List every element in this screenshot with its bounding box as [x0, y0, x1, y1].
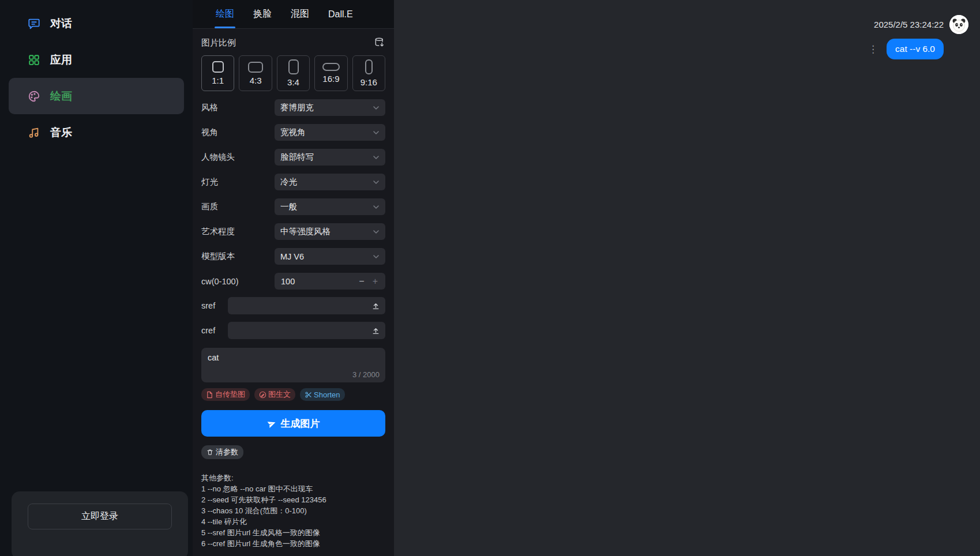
tag-label: 自传垫图 [215, 389, 245, 400]
sidebar-item-label: 绘画 [50, 89, 72, 104]
login-card: 立即登录 [12, 491, 188, 556]
app-root: 对话 应用 绘画 [0, 0, 980, 556]
message-more-icon[interactable]: ⋮ [868, 44, 878, 54]
cref-input[interactable] [228, 322, 385, 339]
tab-dalle[interactable]: Dall.E [328, 0, 353, 28]
login-button[interactable]: 立即登录 [28, 504, 172, 529]
cw-decrement-button[interactable]: − [358, 276, 365, 287]
ratio-option-label: 1:1 [212, 76, 224, 85]
chevron-down-icon [373, 253, 380, 260]
sidebar-item-apps[interactable]: 应用 [9, 42, 184, 78]
chevron-down-icon [373, 179, 380, 186]
ratio-option-1-1[interactable]: 1:1 [201, 55, 234, 91]
ratio-option-label: 16:9 [322, 74, 339, 84]
field-row-lighting: 灯光 冷光 [201, 174, 385, 190]
help-line: 6 --cref 图片url 生成角色一致的图像 [201, 538, 385, 549]
cw-value[interactable]: 100 [281, 277, 358, 286]
tag-label: Shorten [314, 390, 340, 399]
tag-shorten[interactable]: Shorten [300, 388, 345, 401]
field-row-character-shot: 人物镜头 脸部特写 [201, 149, 385, 166]
help-line: 3 --chaos 10 混合(范围：0-100) [201, 505, 385, 516]
sidebar-item-label: 对话 [50, 16, 72, 31]
music-note-icon [28, 126, 40, 139]
tab-draw[interactable]: 绘图 [216, 0, 234, 28]
template-import-icon[interactable] [374, 37, 385, 48]
field-label: 艺术程度 [201, 226, 235, 237]
ratio-header: 图片比例 [201, 37, 385, 48]
cref-label: cref [201, 326, 222, 335]
field-label: 风格 [201, 102, 218, 113]
sidebar-item-draw[interactable]: 绘画 [9, 78, 184, 114]
select-value: 脸部特写 [280, 152, 314, 163]
sidebar-item-music[interactable]: 音乐 [9, 114, 184, 151]
panda-avatar [949, 15, 968, 34]
sref-row: sref [201, 297, 385, 314]
ratio-shape-tall [365, 59, 373, 74]
tag-label: 图生文 [268, 389, 291, 400]
clear-params-button[interactable]: 清参数 [201, 445, 243, 459]
quality-select[interactable]: 一般 [275, 198, 385, 215]
chat-bubble-icon [28, 17, 40, 30]
prompt-text: cat [208, 353, 219, 362]
tag-image-to-text[interactable]: 图生文 [254, 388, 295, 401]
prompt-textarea[interactable]: cat 3 / 2000 [201, 348, 385, 382]
ratio-option-16-9[interactable]: 16:9 [314, 55, 347, 91]
chevron-down-icon [373, 129, 380, 136]
field-row-artistry: 艺术程度 中等强度风格 [201, 223, 385, 240]
sref-input[interactable] [228, 297, 385, 314]
generate-image-button[interactable]: 生成图片 [201, 410, 385, 437]
chat-area: 2025/2/5 23:24:22 ⋮ cat --v 6.0 [394, 0, 980, 556]
scissors-icon [305, 391, 312, 399]
artistry-select[interactable]: 中等强度风格 [275, 223, 385, 240]
chevron-down-icon [373, 228, 380, 235]
send-icon [265, 417, 278, 430]
upload-icon [371, 326, 380, 335]
view-angle-select[interactable]: 宽视角 [275, 124, 385, 141]
model-version-select[interactable]: MJ V6 [275, 248, 385, 265]
style-select[interactable]: 赛博朋克 [275, 99, 385, 116]
character-counter: 3 / 2000 [352, 370, 380, 379]
sidebar-nav: 对话 应用 绘画 [0, 0, 193, 151]
sidebar-item-label: 应用 [50, 52, 72, 67]
clear-params-label: 清参数 [216, 447, 238, 457]
field-label: 视角 [201, 127, 218, 138]
select-value: 冷光 [280, 176, 297, 187]
help-line: 2 --seed 可先获取种子 --seed 123456 [201, 494, 385, 505]
field-row-quality: 画质 一般 [201, 198, 385, 215]
select-value: 宽视角 [280, 127, 306, 138]
field-label: 模型版本 [201, 251, 235, 262]
message-timestamp: 2025/2/5 23:24:22 [874, 20, 944, 29]
ratio-option-4-3[interactable]: 4:3 [239, 55, 272, 91]
palette-icon [28, 90, 40, 103]
panel-tabbar: 绘图 换脸 混图 Dall.E [193, 0, 394, 29]
tab-blend[interactable]: 混图 [291, 0, 309, 28]
lighting-select[interactable]: 冷光 [275, 174, 385, 190]
help-line: 4 --tile 碎片化 [201, 516, 385, 527]
ratio-option-9-16[interactable]: 9:16 [352, 55, 385, 91]
pencil-circle-icon [259, 391, 266, 399]
apps-grid-icon [28, 54, 40, 66]
cw-stepper[interactable]: 100 − + [275, 273, 385, 290]
ratio-shape-landscape [248, 62, 263, 73]
select-value: 中等强度风格 [280, 226, 331, 237]
generate-button-label: 生成图片 [281, 417, 320, 430]
field-label: 灯光 [201, 176, 218, 187]
cw-increment-button[interactable]: + [371, 276, 379, 287]
ratio-shape-wide [322, 63, 340, 71]
message-meta: 2025/2/5 23:24:22 [405, 15, 968, 34]
upload-icon [371, 302, 380, 310]
sref-label: sref [201, 301, 222, 310]
select-value: 赛博朋克 [280, 102, 314, 113]
aspect-ratio-group: 1:1 4:3 3:4 16:9 9:16 [201, 55, 385, 91]
tab-face-swap[interactable]: 换脸 [253, 0, 272, 28]
other-params-help: 其他参数: 1 --no 忽略 --no car 图中不出现车 2 --seed… [201, 472, 385, 549]
ratio-option-3-4[interactable]: 3:4 [277, 55, 310, 91]
chevron-down-icon [373, 154, 380, 161]
character-shot-select[interactable]: 脸部特写 [275, 149, 385, 166]
field-row-view-angle: 视角 宽视角 [201, 124, 385, 141]
tag-base-image[interactable]: 自传垫图 [201, 388, 250, 401]
chevron-down-icon [373, 104, 380, 111]
select-value: 一般 [280, 201, 297, 212]
cref-row: cref [201, 322, 385, 339]
sidebar-item-chat[interactable]: 对话 [9, 5, 184, 42]
